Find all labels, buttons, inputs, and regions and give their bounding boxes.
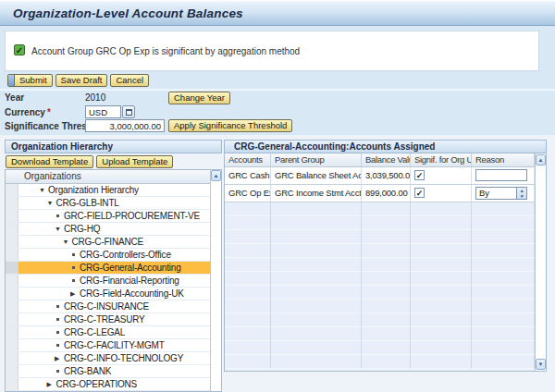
- year-label: Year: [5, 92, 24, 103]
- empty-table-row: [225, 355, 535, 369]
- empty-cell: [271, 216, 362, 230]
- spinner-down-icon[interactable]: ▼: [517, 193, 526, 199]
- tree-item-crg-c-facility-mgmt[interactable]: CRG-C-FACILITY-MGMT: [6, 339, 210, 352]
- empty-cell: [362, 272, 411, 286]
- expand-icon[interactable]: ▶: [55, 352, 64, 364]
- tree-row-selector[interactable]: [6, 326, 18, 338]
- empty-cell: [362, 341, 411, 355]
- tree-item-crg-general-accounting[interactable]: CRG-General-Accounting: [6, 262, 210, 275]
- empty-cell: [271, 230, 362, 244]
- tree-row-selector[interactable]: [6, 236, 18, 248]
- tree-item-crg-controllers-office[interactable]: CRG-Controllers-Office: [6, 249, 210, 262]
- tree-row-selector[interactable]: [6, 288, 18, 300]
- template-button-row: Download Template Upload Template: [6, 155, 173, 168]
- collapse-icon[interactable]: ▼: [39, 184, 48, 196]
- tree-row-selector[interactable]: [6, 249, 18, 261]
- currency-input[interactable]: [85, 105, 121, 118]
- significance-threshold-input[interactable]: [85, 119, 165, 132]
- empty-cell: [472, 244, 535, 258]
- tree-row-selector[interactable]: [6, 262, 18, 274]
- empty-cell: [472, 300, 535, 313]
- scroll-up-icon[interactable]: ▲: [536, 154, 546, 165]
- value-help-icon[interactable]: [122, 105, 135, 118]
- change-year-button[interactable]: Change Year: [168, 92, 230, 104]
- scroll-up-icon[interactable]: ▲: [211, 170, 221, 181]
- tree-item-crg-bank[interactable]: CRG-BANK: [6, 365, 210, 378]
- tree-item-crg-c-info-technology[interactable]: ▶CRG-C-INFO-TECHNOLOGY: [6, 352, 210, 365]
- empty-cell: [411, 327, 472, 341]
- reason-dropdown[interactable]: By▲▼: [475, 187, 527, 200]
- tree-row-selector[interactable]: [6, 378, 18, 390]
- collapse-icon[interactable]: ▼: [63, 236, 72, 248]
- tree-item-grc-field-procurement-ve[interactable]: GRC-FIELD-PROCUREMENT-VE: [6, 210, 210, 223]
- col-header-parent-group[interactable]: Parent Group: [271, 153, 362, 167]
- tree-item-crg-c-finance[interactable]: ▼CRG-C-FINANCE: [6, 236, 210, 249]
- tree-row-selector[interactable]: [6, 197, 18, 209]
- tree-row-selector[interactable]: [6, 352, 18, 364]
- tree-item-crg-field-accounting-uk[interactable]: ▶CRG-Field-Accounting-UK: [6, 288, 210, 300]
- tree-row-selector[interactable]: [6, 210, 18, 222]
- tree-item-crg-c-legal[interactable]: CRG-C-LEGAL: [6, 326, 210, 339]
- required-marker: *: [47, 107, 51, 117]
- col-header-signif-for-org-unit[interactable]: Signif. for Org Unit: [411, 153, 472, 167]
- spinner-icon[interactable]: ▲▼: [516, 188, 526, 199]
- collapse-icon[interactable]: ▼: [47, 197, 56, 209]
- apply-significance-threshold-button[interactable]: Apply Significance Threshold: [168, 119, 292, 132]
- tree-item-crg-glb-intl[interactable]: ▼CRG-GLB-INTL: [6, 197, 210, 210]
- scroll-down-icon[interactable]: ▼: [536, 359, 546, 370]
- significance-checkbox[interactable]: ✓: [414, 170, 425, 180]
- accounts-table-header: Accounts Parent Group Balance Value Sign…: [225, 153, 535, 167]
- tree-item-crg-c-treasury[interactable]: CRG-C-TREASURY: [6, 313, 210, 326]
- tree-item-organization hierarchy[interactable]: ▼Organization Hierarchy: [6, 184, 210, 197]
- significance-checkbox[interactable]: ✓: [414, 188, 425, 198]
- reason-dropdown-value: By: [476, 188, 516, 199]
- default-action-marker: [8, 75, 15, 86]
- empty-table-row: [225, 202, 535, 216]
- empty-cell: [362, 286, 411, 300]
- col-header-balance-value[interactable]: Balance Value: [362, 153, 411, 167]
- submit-button[interactable]: Submit: [7, 74, 53, 87]
- tree-row-selector[interactable]: [6, 339, 18, 351]
- tree-row-selector[interactable]: [6, 275, 18, 287]
- col-header-reason[interactable]: Reason: [472, 153, 535, 167]
- collapse-icon[interactable]: ▼: [55, 223, 64, 235]
- empty-cell: [225, 230, 271, 244]
- upload-template-button[interactable]: Upload Template: [96, 155, 173, 168]
- tree-row-selector[interactable]: [6, 223, 18, 235]
- tree-item-label: CRG-Field-Accounting-UK: [80, 288, 184, 299]
- tree-item-label: CRG-GLB-INTL: [56, 198, 119, 208]
- empty-cell: [411, 202, 472, 216]
- tree-row-selector[interactable]: [6, 300, 18, 312]
- accounts-scrollbar[interactable]: ▲ ▼: [535, 153, 546, 371]
- empty-table-row: [225, 341, 535, 355]
- expand-icon[interactable]: ▶: [47, 378, 56, 390]
- tree-item-label: CRG-C-INSURANCE: [64, 301, 149, 312]
- tree-row-selector[interactable]: [6, 184, 18, 196]
- checked-checkbox-icon[interactable]: ✓: [14, 44, 25, 55]
- tree-item-crg-operations[interactable]: ▶CRG-OPERATIONS: [6, 378, 210, 391]
- reason-input[interactable]: [475, 169, 527, 181]
- download-template-button[interactable]: Download Template: [6, 155, 93, 168]
- col-header-accounts[interactable]: Accounts: [225, 153, 271, 167]
- tree-row-selector[interactable]: [6, 313, 18, 325]
- save-draft-button[interactable]: Save Draft: [56, 74, 108, 87]
- tree-item-cell: ▼CRG-C-FINANCE: [18, 236, 210, 248]
- expand-icon[interactable]: ▶: [70, 288, 80, 300]
- empty-cell: [225, 202, 271, 216]
- empty-cell: [472, 202, 535, 216]
- message-text: Account Group GRC Op Exp is significant …: [31, 46, 300, 56]
- empty-cell: [225, 355, 271, 369]
- tree-item-crg-financial-reporting[interactable]: CRG-Financial-Reporting: [6, 275, 210, 288]
- tree-item-cell: CRG-C-TREASURY: [18, 313, 210, 325]
- action-button-row: Submit Save Draft Cancel: [7, 74, 149, 87]
- empty-cell: [411, 272, 472, 286]
- tree-scrollbar[interactable]: ▲: [210, 170, 221, 391]
- tree-item-label: CRG-General-Accounting: [80, 263, 181, 273]
- tree-item-crg-c-insurance[interactable]: CRG-C-INSURANCE: [6, 300, 210, 313]
- tree-row-selector[interactable]: [6, 365, 18, 377]
- empty-cell: [411, 216, 472, 230]
- cancel-button[interactable]: Cancel: [110, 74, 149, 87]
- organizations-column-header: Organizations: [6, 170, 210, 184]
- empty-cell: [472, 216, 535, 230]
- tree-item-crg-hq[interactable]: ▼CRG-HQ: [6, 223, 210, 236]
